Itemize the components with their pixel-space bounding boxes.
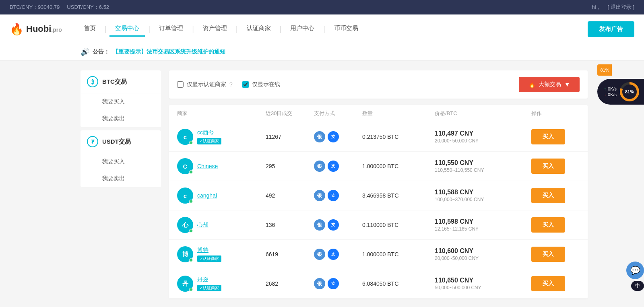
sidebar-usdt-header: ₮ USDT交易	[80, 130, 161, 153]
merchant-name-3[interactable]: 心却	[197, 221, 208, 229]
bank-pay-icon-4: 银	[314, 249, 325, 260]
merchant-name-1[interactable]: Chinese	[197, 163, 218, 169]
avatar-3: 心	[177, 217, 193, 233]
show-verified-filter[interactable]: 仅显示认证商家 ?	[177, 81, 233, 88]
merchant-info-2: canghai	[197, 192, 217, 199]
action-5: 买入	[531, 276, 580, 291]
nav-divider-5: |	[280, 25, 282, 33]
buy-button-5[interactable]: 买入	[531, 276, 565, 291]
bank-pay-icon-5: 银	[314, 278, 325, 289]
buy-button-0[interactable]: 买入	[531, 129, 565, 144]
sidebar-usdt-title: USDT交易	[102, 138, 131, 146]
payment-4: 银 支	[314, 249, 362, 260]
lang-icon: 中	[635, 282, 640, 289]
merchant-info-3: 心却	[197, 221, 208, 229]
chevron-down-icon: ▼	[564, 81, 570, 88]
chat-button[interactable]: 💬	[626, 262, 644, 279]
large-trade-button[interactable]: 🔥 大额交易 ▼	[519, 77, 580, 92]
nav-orders[interactable]: 订单管理	[153, 21, 189, 37]
verified-badge-0: ✓认证商家	[197, 138, 221, 144]
sidebar-usdt-sell[interactable]: 我要卖出	[80, 170, 161, 187]
online-dot-0	[189, 141, 193, 144]
online-dot-3	[189, 229, 193, 233]
quantity-3: 0.110000 BTC	[362, 222, 435, 228]
table-row: 博 博特 ✓认证商家 6619 银 支 1.000000 BTC 110,600…	[169, 240, 588, 269]
merchant-info-0: cc西兮 ✓认证商家	[197, 129, 221, 144]
merchant-cell-5: 丹 丹迩 ✓认证商家	[177, 276, 266, 292]
progress-circle: 81%	[620, 82, 639, 101]
filter-bar: 仅显示认证商家 ? 仅显示在线 🔥 大额交易 ▼	[169, 70, 588, 99]
trade-table: 商家 近30日成交 支付方式 数量 价格/BTC 操作 c cc西兮 ✓认证商家	[169, 105, 588, 299]
action-3: 买入	[531, 217, 580, 233]
avatar-4: 博	[177, 246, 193, 262]
buy-button-2[interactable]: 买入	[531, 188, 565, 203]
merchant-info-4: 博特 ✓认证商家	[197, 247, 221, 262]
language-button[interactable]: 中	[631, 281, 644, 291]
alipay-icon-2: 支	[328, 190, 339, 201]
download-stat: ↓ 0K/s	[604, 92, 617, 97]
nav-divider-2: |	[148, 25, 150, 33]
avatar-0: c	[177, 129, 193, 145]
filter-left: 仅显示认证商家 ? 仅显示在线	[177, 81, 280, 88]
nav-divider-3: |	[192, 25, 194, 33]
buy-button-4[interactable]: 买入	[531, 247, 565, 262]
sidebar-btc-header: ₿ BTC交易	[80, 70, 161, 93]
merchant-cell-2: c canghai	[177, 187, 266, 204]
announcement-link[interactable]: 【重要提示】法币交易区系统升级维护的通知	[113, 48, 225, 56]
orange-widget[interactable]: 81%	[597, 64, 612, 76]
price-4: 110,600 CNY 20,000~50,000 CNY	[435, 247, 531, 261]
trades-1: 295	[266, 163, 314, 169]
nav-trade-center[interactable]: 交易中心	[109, 21, 145, 37]
merchant-name-5[interactable]: 丹迩	[197, 276, 221, 283]
nav-verified-merchants[interactable]: 认证商家	[241, 21, 277, 37]
show-verified-checkbox[interactable]	[177, 81, 184, 88]
show-online-checkbox[interactable]	[242, 81, 249, 88]
network-widget: ↑ 0K/s ↓ 0K/s 81%	[597, 79, 644, 105]
payment-3: 银 支	[314, 219, 362, 231]
bank-pay-icon-1: 银	[314, 161, 325, 172]
col-payment: 支付方式	[314, 110, 362, 117]
announcement-icon: 🔊	[80, 47, 89, 56]
chat-icon: 💬	[630, 266, 640, 275]
logo[interactable]: 🔥 Huobi.pro	[10, 23, 62, 36]
main-nav: 首页 | 交易中心 | 订单管理 | 资产管理 | 认证商家 | 用户中心 | …	[78, 21, 364, 37]
chat-widget: 💬 中	[626, 262, 644, 291]
sidebar-btc-sell[interactable]: 我要卖出	[80, 110, 161, 127]
announcement-label: 公告：	[93, 48, 109, 56]
merchant-name-0[interactable]: cc西兮	[197, 129, 221, 136]
nav-assets[interactable]: 资产管理	[197, 21, 233, 37]
col-merchant: 商家	[177, 110, 266, 117]
bank-pay-icon-2: 银	[314, 190, 325, 201]
nav-coin-trade[interactable]: 币币交易	[328, 21, 364, 37]
sidebar-btc-section: ₿ BTC交易 我要买入 我要卖出	[80, 70, 161, 127]
nav-home[interactable]: 首页	[78, 21, 101, 37]
sidebar-btc-buy[interactable]: 我要买入	[80, 93, 161, 110]
show-online-label: 仅显示在线	[252, 81, 280, 88]
ticker-prices: BTC/CNY：93040.79 USDT/CNY：6.52	[10, 4, 109, 11]
help-icon[interactable]: ?	[229, 81, 233, 88]
merchant-cell-0: c cc西兮 ✓认证商家	[177, 129, 266, 145]
show-verified-label: 仅显示认证商家	[187, 81, 226, 88]
buy-button-3[interactable]: 买入	[531, 217, 565, 233]
merchant-name-2[interactable]: canghai	[197, 192, 217, 199]
fire-icon: 🔥	[528, 81, 535, 88]
trades-5: 2682	[266, 280, 314, 287]
quantity-5: 6.084050 BTC	[362, 280, 435, 287]
nav-user-center[interactable]: 用户中心	[285, 21, 320, 37]
logout-link[interactable]: [ 退出登录 ]	[608, 4, 634, 11]
alipay-icon-0: 支	[328, 131, 339, 142]
show-online-filter[interactable]: 仅显示在线	[242, 81, 280, 88]
post-ad-button[interactable]: 发布广告	[588, 21, 634, 37]
action-2: 买入	[531, 188, 580, 203]
table-header: 商家 近30日成交 支付方式 数量 价格/BTC 操作	[169, 105, 588, 122]
upload-speed: 0K/s	[608, 87, 617, 91]
merchant-name-4[interactable]: 博特	[197, 247, 221, 254]
sidebar-btc-title: BTC交易	[102, 78, 127, 86]
payment-0: 银 支	[314, 131, 362, 142]
buy-button-1[interactable]: 买入	[531, 159, 565, 174]
online-dot-1	[189, 170, 193, 174]
network-info: ↑ 0K/s ↓ 0K/s	[604, 87, 617, 97]
ticker-right: hi， [ 退出登录 ]	[592, 4, 634, 11]
sidebar-usdt-buy[interactable]: 我要买入	[80, 153, 161, 170]
trades-0: 11267	[266, 134, 314, 140]
